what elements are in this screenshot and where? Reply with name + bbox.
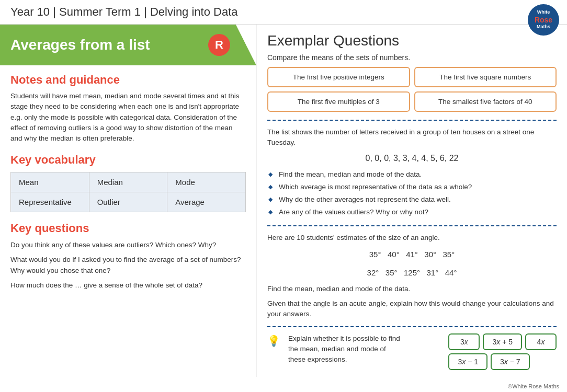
key-questions-title: Key questions: [10, 222, 246, 235]
exemplar-title: Exemplar Questions: [267, 32, 557, 49]
bullet-4: Are any of the values outliers? Why or w…: [267, 206, 557, 218]
angles-row1: 35° 40° 41° 30° 35°: [267, 247, 557, 261]
bullet-2: Which average is most representative of …: [267, 181, 557, 193]
angle-q2: Given that the angle is an acute angle, …: [267, 298, 557, 320]
bottom-explain-text: Explain whether it is possible to findth…: [288, 333, 440, 365]
vocab-row-2: Representative Outlier Average: [11, 192, 245, 212]
key-q-3: How much does the … give a sense of the …: [10, 280, 246, 291]
divider-3: [267, 326, 557, 327]
expr-3x-minus-1: 3x − 1: [448, 353, 487, 370]
vocab-average: Average: [167, 192, 245, 212]
logo: White Rose Maths: [528, 4, 559, 36]
vocab-mode: Mode: [167, 172, 245, 192]
left-content: Notes and guidance Students will have me…: [0, 65, 256, 302]
bulb-icon: 💡: [267, 335, 280, 347]
page-title: Year 10 | Summer Term 1 | Delving into D…: [10, 5, 238, 19]
expr-3x: 3x: [448, 333, 480, 350]
vocab-outlier: Outlier: [89, 192, 168, 212]
section-title: Averages from a list: [10, 37, 150, 53]
section-header: Averages from a list R: [0, 25, 256, 65]
vocab-mean: Mean: [11, 172, 89, 192]
logo-maths: Maths: [537, 24, 550, 30]
boxes-grid: The first five positive integers The fir…: [267, 67, 557, 112]
left-panel: Averages from a list R Notes and guidanc…: [0, 25, 256, 377]
angle-q1: Find the mean, median and mode of the da…: [267, 284, 557, 294]
notes-text: Students will have met mean, median and …: [10, 91, 246, 144]
angles-row2: 32° 35° 125° 31° 44°: [267, 266, 557, 280]
r-badge: R: [208, 34, 230, 56]
expression-boxes: 3x 3x + 5 4x 3x − 1 3x − 7: [448, 333, 557, 370]
vocab-row-1: Mean Median Mode: [11, 172, 245, 192]
box-squares: The first five square numbers: [414, 67, 557, 87]
vocab-title: Key vocabulary: [10, 153, 246, 167]
key-q-1: Do you think any of these values are out…: [10, 239, 246, 251]
logo-rose: Rose: [535, 16, 552, 24]
expr-row-2: 3x − 1 3x − 7: [448, 353, 557, 370]
bottom-section: 💡 Explain whether it is possible to find…: [267, 333, 557, 370]
divider-1: [267, 120, 557, 121]
expr-3x-plus-5: 3x + 5: [483, 333, 522, 350]
page-header: Year 10 | Summer Term 1 | Delving into D…: [0, 0, 567, 25]
copyright: ©White Rose Maths: [508, 383, 559, 389]
section2-text: The list shows the number of letters rec…: [267, 127, 557, 148]
vocab-table: Mean Median Mode Representative Outlier …: [10, 172, 246, 212]
main-layout: Averages from a list R Notes and guidanc…: [0, 25, 567, 377]
bullet-1: Find the mean, median and mode of the da…: [267, 168, 557, 181]
expr-row-1: 3x 3x + 5 4x: [448, 333, 557, 350]
section3-text: Here are 10 students' estimates of the s…: [267, 233, 557, 243]
box-factors: The smallest five factors of 40: [414, 91, 557, 112]
key-q-2: What would you do if I asked you to find…: [10, 254, 246, 276]
box-multiples: The first five multiples of 3: [267, 91, 410, 112]
bullet-3: Why do the other averages not represent …: [267, 193, 557, 206]
divider-2: [267, 225, 557, 226]
bullet-list-1: Find the mean, median and mode of the da…: [267, 168, 557, 219]
box-integers: The first five positive integers: [267, 67, 410, 87]
data-list: 0, 0, 0, 3, 3, 4, 4, 5, 6, 22: [267, 154, 557, 163]
expr-4x: 4x: [525, 333, 557, 350]
vocab-median: Median: [89, 172, 168, 192]
vocab-representative: Representative: [11, 192, 89, 212]
right-panel: Exemplar Questions Compare the means of …: [256, 25, 567, 377]
compare-text: Compare the means of the sets of numbers…: [267, 53, 557, 62]
logo-white: White: [537, 9, 550, 16]
expr-3x-minus-7: 3x − 7: [491, 353, 530, 370]
notes-title: Notes and guidance: [10, 73, 246, 87]
